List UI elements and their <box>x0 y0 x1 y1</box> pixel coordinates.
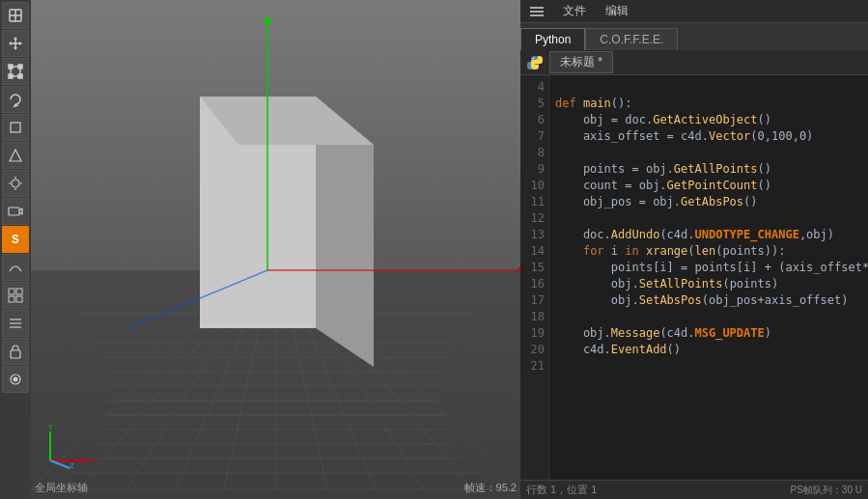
svg-marker-4 <box>14 47 17 50</box>
code-area[interactable]: 4 5 6 7 8 9 10 11 12 13 14 15 16 17 18 1… <box>520 75 868 480</box>
svg-rect-23 <box>16 296 22 302</box>
svg-line-71 <box>50 460 70 468</box>
svg-point-29 <box>14 377 17 381</box>
tab-python[interactable]: Python <box>520 28 585 50</box>
tool-lock[interactable] <box>2 338 29 365</box>
svg-point-74 <box>536 66 538 68</box>
tool-light[interactable] <box>2 170 29 197</box>
svg-marker-65 <box>518 266 520 274</box>
menu-line-1 <box>530 7 544 9</box>
sculpt-label: S <box>12 233 19 247</box>
line-num-4: 4 <box>520 79 545 96</box>
line-num-10: 10 <box>520 178 545 194</box>
svg-point-14 <box>12 180 19 187</box>
menu-line-2 <box>530 11 544 13</box>
line-num-6: 6 <box>520 112 545 128</box>
line-num-17: 17 <box>520 292 545 309</box>
line-num-15: 15 <box>520 260 545 276</box>
tool-paint[interactable] <box>2 366 29 393</box>
tool-move[interactable] <box>2 30 29 57</box>
tool-sculpt[interactable]: S <box>2 226 29 253</box>
line-num-11: 11 <box>520 194 545 210</box>
tool-object[interactable] <box>2 114 29 141</box>
svg-rect-8 <box>9 65 13 69</box>
tool-deform[interactable] <box>2 254 29 281</box>
svg-text:Y: Y <box>48 423 53 431</box>
svg-text:X: X <box>91 457 96 465</box>
status-bar: 行数 1，位置 1 PS帧队列：30 U <box>520 480 868 499</box>
line-num-9: 9 <box>520 161 545 178</box>
script-file-bar: 未标题 * <box>520 50 868 75</box>
svg-text:Z: Z <box>70 461 74 470</box>
line-num-19: 19 <box>520 325 545 342</box>
svg-rect-12 <box>11 123 20 132</box>
svg-rect-21 <box>16 289 22 294</box>
svg-rect-20 <box>9 289 14 294</box>
tool-camera[interactable] <box>2 198 29 225</box>
svg-marker-3 <box>14 37 17 40</box>
script-menubar: 文件 编辑 <box>520 0 868 23</box>
viewport-coord-label: 全局坐标轴 <box>35 481 88 495</box>
svg-rect-22 <box>9 296 14 302</box>
tool-layers[interactable] <box>2 310 29 337</box>
status-right: PS帧队列：30 U <box>791 484 862 497</box>
status-position: 行数 1，位置 1 <box>526 483 597 497</box>
script-editor-panel: 文件 编辑 Python C.O.F.F.E.E. 未标题 * 4 5 6 7 … <box>520 0 868 499</box>
python-logo-icon <box>526 54 544 71</box>
svg-rect-11 <box>18 74 22 78</box>
tool-select[interactable] <box>2 2 29 29</box>
line-num-14: 14 <box>520 243 545 260</box>
line-num-18: 18 <box>520 309 545 325</box>
line-num-7: 7 <box>520 128 545 145</box>
line-num-16: 16 <box>520 276 545 292</box>
line-num-8: 8 <box>520 145 545 161</box>
viewport-3d[interactable]: Y X Z 全局坐标轴 帧速：95.2 <box>31 0 520 499</box>
line-num-5: 5 <box>520 96 545 112</box>
hamburger-menu[interactable] <box>526 5 547 18</box>
code-editor[interactable]: def main(): obj = doc.GetActiveObject() … <box>549 75 868 480</box>
tab-coffee[interactable]: C.O.F.F.E.E. <box>585 28 678 50</box>
menu-file[interactable]: 文件 <box>559 1 590 21</box>
svg-rect-10 <box>9 74 13 78</box>
script-tab[interactable]: 未标题 * <box>549 51 613 73</box>
line-num-13: 13 <box>520 227 545 243</box>
language-tabs: Python C.O.F.F.E.E. <box>520 23 868 50</box>
tool-rotate[interactable] <box>2 86 29 113</box>
axis-indicator: Y X Z <box>41 422 98 470</box>
menu-line-3 <box>530 14 544 16</box>
tool-shape[interactable] <box>2 142 29 169</box>
tool-grid[interactable] <box>2 282 29 309</box>
line-num-21: 21 <box>520 358 545 374</box>
line-num-20: 20 <box>520 342 545 358</box>
svg-marker-13 <box>10 150 21 161</box>
left-toolbar: S <box>0 0 31 499</box>
svg-point-73 <box>533 57 535 59</box>
line-num-12: 12 <box>520 210 545 227</box>
svg-rect-9 <box>18 65 22 69</box>
svg-marker-5 <box>9 42 12 45</box>
svg-marker-6 <box>19 42 22 45</box>
menu-edit[interactable]: 编辑 <box>602 1 632 21</box>
viewport-fps-label: 帧速：95.2 <box>464 481 517 495</box>
tool-scale[interactable] <box>2 58 29 85</box>
line-numbers: 4 5 6 7 8 9 10 11 12 13 14 15 16 17 18 1… <box>520 75 549 480</box>
svg-rect-27 <box>11 350 20 358</box>
svg-rect-19 <box>9 208 19 215</box>
